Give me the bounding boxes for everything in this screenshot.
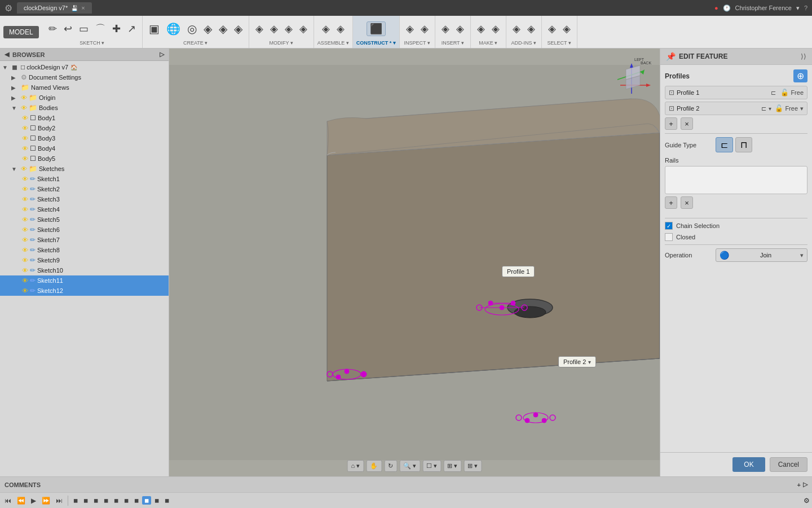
expand-origin[interactable]: ▶ [11, 95, 19, 101]
tree-item-sketch3[interactable]: 👁 ✏ Sketch3 [0, 194, 169, 204]
tree-item-sketches[interactable]: ▼ 👁 📁 Sketches [0, 164, 169, 174]
tree-item-doc-settings[interactable]: ▶ ⚙ Document Settings [0, 72, 169, 82]
tree-item-sketch7[interactable]: 👁 ✏ Sketch7 [0, 235, 169, 245]
play-end-button[interactable]: ⏭ [54, 496, 65, 506]
visibility-sketch5[interactable]: 👁 [22, 216, 28, 223]
rails-remove-button[interactable]: × [681, 196, 693, 209]
visibility-origin[interactable]: 👁 [21, 94, 27, 101]
create-tool-rib[interactable]: ◈ [216, 21, 230, 36]
visibility-body1[interactable]: 👁 [22, 115, 28, 121]
select-tool-2[interactable]: ◈ [560, 22, 573, 36]
construct-tool-1[interactable]: ⬛ [367, 21, 386, 36]
timeline-btn-1[interactable]: ◼ [71, 496, 80, 505]
expand-doc[interactable]: ▶ [11, 75, 19, 81]
display-btn[interactable]: ☐ ▾ [422, 460, 441, 472]
make-tool-1[interactable]: ◈ [474, 22, 488, 36]
browser-expand-icon[interactable]: ▷ [160, 51, 164, 58]
collapse-browser-icon[interactable]: ◀ [5, 51, 9, 58]
tree-item-body4[interactable]: 👁 ☐ Body4 [0, 143, 169, 154]
timeline-btn-2[interactable]: ◼ [81, 496, 90, 505]
modify-tool-3[interactable]: ◈ [282, 22, 295, 36]
expand-sketches[interactable]: ▼ [11, 166, 19, 172]
visibility-sketch7[interactable]: 👁 [22, 237, 28, 243]
assemble-tool-2[interactable]: ◈ [334, 22, 347, 36]
visibility-sketch11[interactable]: 👁 [22, 277, 28, 284]
assemble-tool-1[interactable]: ◈ [319, 22, 333, 36]
model-button[interactable]: MODEL [3, 26, 39, 38]
profile-add-button[interactable]: + [665, 117, 677, 130]
create-tool-extrude[interactable]: ▣ [146, 21, 162, 36]
visibility-body5[interactable]: 👁 [22, 155, 28, 162]
modify-tool-1[interactable]: ◈ [253, 22, 266, 36]
profile2-type-dropdown[interactable]: ▾ [800, 105, 804, 112]
sketch-tool-select[interactable]: ✏ [46, 22, 60, 36]
profile-remove-button[interactable]: × [681, 117, 693, 130]
sketch-tool-arc[interactable]: ⌒ [92, 22, 108, 36]
timeline-btn-10[interactable]: ◼ [162, 496, 171, 505]
closed-checkbox[interactable] [665, 233, 673, 241]
expand-named-views[interactable]: ▶ [11, 85, 19, 91]
timeline-btn-6[interactable]: ◼ [122, 496, 131, 505]
timeline-btn-8[interactable]: ◼ [142, 496, 151, 505]
comments-expand-icon[interactable]: ▷ [803, 481, 807, 488]
profile1-row[interactable]: ⊡ Profile 1 ⊏ 🔓 Free [665, 86, 807, 99]
view-btn[interactable]: ⊞ ▾ [464, 460, 482, 472]
timeline-btn-7[interactable]: ◼ [132, 496, 141, 505]
insert-tool-2[interactable]: ◈ [453, 22, 467, 36]
help-icon[interactable]: ? [804, 5, 807, 11]
tree-item-sketch2[interactable]: 👁 ✏ Sketch2 [0, 184, 169, 194]
visibility-body2[interactable]: 👁 [22, 125, 28, 132]
visibility-sketch6[interactable]: 👁 [22, 226, 28, 233]
visibility-sketch8[interactable]: 👁 [22, 247, 28, 253]
tree-item-sketch8[interactable]: 👁 ✏ Sketch8 [0, 245, 169, 255]
sketch-tool-plus[interactable]: ✚ [109, 22, 123, 36]
insert-tool-1[interactable]: ◈ [439, 22, 452, 36]
timeline-btn-5[interactable]: ◼ [112, 496, 121, 505]
visibility-sketch3[interactable]: 👁 [22, 196, 28, 203]
visibility-body3[interactable]: 👁 [22, 135, 28, 142]
create-tool-loft[interactable]: ◈ [201, 21, 215, 36]
tree-item-body5[interactable]: 👁 ☐ Body5 [0, 154, 169, 164]
panel-expand-icon[interactable]: ⟩⟩ [801, 52, 806, 60]
tree-item-sketch5[interactable]: 👁 ✏ Sketch5 [0, 214, 169, 225]
orbit-btn[interactable]: ↻ [384, 460, 397, 472]
tree-item-sketch6[interactable]: 👁 ✏ Sketch6 [0, 225, 169, 235]
user-dropdown-icon[interactable]: ▾ [796, 5, 800, 12]
comments-add-icon[interactable]: + [797, 481, 801, 488]
tab[interactable]: clockDesign v7* 💾 × [17, 2, 92, 14]
play-button[interactable]: ▶ [29, 496, 38, 506]
addins-tool-1[interactable]: ◈ [510, 22, 523, 36]
create-tool-sweep[interactable]: ◎ [184, 21, 200, 36]
expand-root[interactable]: ▼ [2, 64, 10, 71]
settings-icon[interactable]: ⚙ [804, 497, 810, 505]
sketch-tool-rect[interactable]: ▭ [76, 22, 91, 36]
profiles-select-button[interactable]: ⊕ [793, 69, 807, 82]
tree-item-root[interactable]: ▼ ◼ □ clockDesign v7 🏠 [0, 62, 169, 72]
guide-type-btn-1[interactable]: ⊏ [716, 137, 733, 152]
create-tool-more[interactable]: ◈ [231, 21, 245, 36]
visibility-sketch12[interactable]: 👁 [22, 287, 28, 294]
timeline-btn-4[interactable]: ◼ [102, 496, 111, 505]
profile2-dropdown-icon[interactable]: ▾ [769, 106, 771, 112]
tree-item-sketch12[interactable]: 👁 ✏ Sketch12 [0, 286, 169, 296]
viewcube[interactable]: BACK LEFT [609, 54, 654, 99]
visibility-sketch9[interactable]: 👁 [22, 257, 28, 264]
tree-item-sketch4[interactable]: 👁 ✏ Sketch4 [0, 204, 169, 214]
grid-btn[interactable]: ⊞ ▾ [443, 460, 461, 472]
visibility-sketch4[interactable]: 👁 [22, 206, 28, 213]
cancel-button[interactable]: Cancel [770, 457, 807, 472]
create-tool-revolve[interactable]: 🌐 [164, 21, 183, 36]
visibility-bodies[interactable]: 👁 [21, 104, 27, 111]
home-btn[interactable]: ⌂ ▾ [347, 460, 364, 472]
visibility-body4[interactable]: 👁 [22, 145, 28, 152]
play-begin-button[interactable]: ⏮ [2, 496, 14, 506]
sketch-tool-dimension[interactable]: ↗ [125, 22, 139, 36]
timeline-btn-3[interactable]: ◼ [91, 496, 100, 505]
play-prev-button[interactable]: ⏪ [15, 496, 28, 506]
inspect-tool-1[interactable]: ◈ [403, 22, 417, 36]
pan-btn[interactable]: ✋ [366, 460, 382, 472]
tree-item-bodies[interactable]: ▼ 👁 📁 Bodies [0, 103, 169, 113]
inspect-tool-2[interactable]: ◈ [418, 22, 431, 36]
chain-selection-checkbox[interactable] [665, 222, 673, 230]
tree-item-named-views[interactable]: ▶ 📁 Named Views [0, 82, 169, 93]
